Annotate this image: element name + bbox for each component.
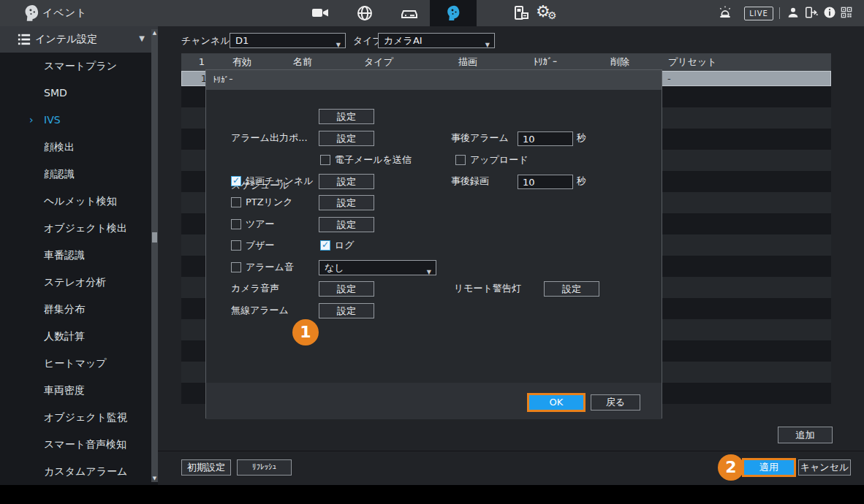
scroll-thumb[interactable] [152,232,157,243]
sidebar-item-label: 顔認識 [44,168,75,180]
table-header-cell: 1 [181,53,211,71]
sidebar-item-vehicle-density[interactable]: 車両密度 [0,377,152,404]
storage-tab-icon[interactable] [401,4,418,22]
channel-select[interactable]: D1 ▼ [230,33,346,48]
backup-tab-icon[interactable] [512,4,530,22]
alarm-tone-select[interactable]: なし ▼ [319,260,436,275]
network-tab-icon[interactable] [356,4,374,22]
channel-select-value: D1 [235,35,249,46]
sidebar-item-label: ヘルメット検知 [44,195,117,207]
sidebar-item-label: カスタムアラーム [44,465,127,477]
settings-tab-icon[interactable]: ⚙⚙ [536,1,565,25]
send-email-checkbox[interactable] [320,155,330,165]
info-icon[interactable] [823,6,836,19]
upload-checkbox[interactable] [455,155,466,165]
event-head-icon [22,4,41,23]
default-button[interactable]: 初期設定 [181,459,231,476]
sidebar-item-face-recognition[interactable]: 顔認識 [0,161,152,188]
sidebar-item-heat-map[interactable]: ヒートマップ [0,350,152,377]
wireless-alarm-set-button[interactable]: 設定 [319,303,374,318]
sidebar-item-label: 車両密度 [44,384,85,396]
camera-tab-icon[interactable] [311,4,329,22]
qr-code-icon[interactable] [841,7,852,18]
topbar-divider [779,7,780,19]
scroll-up-icon[interactable]: ▲ [151,30,158,36]
logout-icon[interactable] [804,6,820,19]
top-bar: イベント ⚙⚙ LIVE [0,0,864,26]
camera-audio-set-button[interactable]: 設定 [319,281,374,297]
row-number: 1 [182,72,207,85]
step-1-badge: 1 [292,319,319,345]
window-bottom-frame [0,485,864,504]
ptz-link-checkbox[interactable] [231,197,241,207]
record-channel-checkbox[interactable] [231,176,241,186]
post-alarm-label: 事後アラーム [451,131,509,145]
add-button[interactable]: 追加 [778,427,833,443]
sidebar-header[interactable]: インテル設定 ▼ [0,26,158,53]
sidebar-item-custom-alarm[interactable]: カスタムアラーム [0,458,152,485]
post-record-label: 事後録画 [451,174,489,188]
buzzer-label: ブザー [246,238,275,253]
chevron-down-icon: ▼ [139,34,145,42]
sidebar-scrollbar[interactable]: ▲ ▼ [151,29,158,482]
sidebar: インテル設定 ▼ スマートプランSMD›IVS顔検出顔認識ヘルメット検知オブジェ… [0,26,158,485]
menu-list-icon [18,33,31,46]
sidebar-item-object-detection[interactable]: オブジェクト検出 [0,215,152,242]
ptz-set-button[interactable]: 設定 [319,195,374,210]
post-alarm-input[interactable] [518,131,573,146]
warning-light-set-button[interactable]: 設定 [544,281,599,297]
sidebar-item-stereo-analysis[interactable]: ステレオ分析 [0,269,152,296]
alarm-out-label: アラーム出力ポ... [231,131,308,145]
sidebar-item-object-monitoring[interactable]: オブジェクト監視 [0,404,152,431]
buzzer-checkbox[interactable] [231,240,241,251]
schedule-set-button[interactable]: 設定 [319,109,374,124]
warning-light-label: リモート警告灯 [454,281,521,296]
sidebar-item-smd[interactable]: SMD [0,80,152,107]
table-header-cell: 有効 [211,53,273,71]
ptz-link-label: PTZリンク [246,195,293,210]
table-header-cell: タイプ [332,53,425,71]
bottom-divider [158,451,864,451]
dialog-footer: OK 戻る [206,383,662,419]
ai-brain-icon [444,4,462,22]
apply-button[interactable]: 適用 [742,458,796,477]
row-preset-value: - [667,72,671,85]
post-record-input[interactable] [518,175,573,189]
alarm-out-set-button[interactable]: 設定 [319,131,374,146]
table-header-cell: ﾄﾘｶﾞｰ [510,53,580,71]
sidebar-item-smart-plan[interactable]: スマートプラン [0,53,152,80]
user-icon[interactable] [787,6,800,19]
upload-label: アップロード [470,153,528,167]
cancel-button[interactable]: キャンセル [798,459,851,476]
sidebar-item-label: 顔検出 [44,141,75,153]
sidebar-item-crowd-distribution[interactable]: 群集分布 [0,296,152,323]
back-button[interactable]: 戻る [591,394,640,411]
sidebar-item-plate-recognition[interactable]: 車番認識 [0,242,152,269]
sidebar-item-face-detection[interactable]: 顔検出 [0,134,152,161]
sidebar-item-label: ヒートマップ [44,357,107,369]
sidebar-item-label: SMD [44,87,67,99]
dialog-titlebar[interactable]: ﾄﾘｶﾞｰ [206,70,662,90]
ai-tab-active[interactable] [430,0,477,26]
alarm-tone-checkbox[interactable] [231,262,241,272]
tour-set-button[interactable]: 設定 [319,217,374,232]
record-channel-set-button[interactable]: 設定 [319,174,374,189]
sidebar-item-people-counting[interactable]: 人数計算 [0,323,152,350]
ok-button[interactable]: OK [527,393,586,412]
scroll-down-icon[interactable]: ▼ [151,476,158,481]
tour-checkbox[interactable] [231,219,241,229]
chevron-right-icon: › [29,107,34,134]
sidebar-item-label: 車番認識 [44,249,85,261]
sidebar-item-ivs[interactable]: ›IVS [0,107,152,134]
sidebar-item-helmet-detection[interactable]: ヘルメット検知 [0,188,152,215]
live-button[interactable]: LIVE [744,7,773,20]
sidebar-item-smart-audio-detection[interactable]: スマート音声検知 [0,431,152,458]
post-record-unit: 秒 [577,174,586,188]
log-checkbox[interactable] [320,240,330,251]
type-select[interactable]: カメラAI ▼ [378,33,495,48]
sidebar-item-label: オブジェクト監視 [44,411,127,423]
alarm-siren-icon[interactable] [718,5,732,20]
alarm-tone-label: アラーム音 [246,260,294,275]
sidebar-item-label: ステレオ分析 [44,276,106,288]
refresh-button[interactable]: ﾘﾌﾚｯｼｭ [237,459,292,476]
